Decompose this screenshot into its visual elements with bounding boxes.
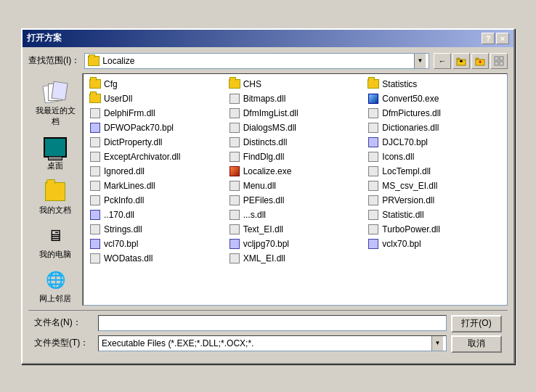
- file-item[interactable]: vclx70.bpl: [365, 237, 504, 251]
- file-item[interactable]: PRVersion.dll: [365, 193, 504, 208]
- desktop-icon: [44, 136, 67, 159]
- file-item[interactable]: Bitmaps.dll: [226, 91, 365, 106]
- localize-exe-icon: [229, 166, 240, 177]
- sidebar-label-mydoc: 我的文档: [39, 205, 71, 216]
- file-item[interactable]: Statistic.dll: [365, 208, 504, 222]
- folder-icon: [229, 78, 240, 90]
- file-item[interactable]: DFWOPack70.bpl: [86, 121, 226, 135]
- folder-icon: [89, 93, 101, 105]
- file-item[interactable]: Dictionaries.dll: [365, 121, 504, 135]
- file-name: CHS: [243, 79, 261, 89]
- file-item[interactable]: DelphiFrm.dll: [86, 106, 226, 121]
- file-item[interactable]: Cfg: [86, 77, 226, 91]
- new-folder-icon: ✦: [475, 56, 485, 66]
- dll-icon: [89, 136, 101, 148]
- filetype-combo[interactable]: Executable Files (*.EXE;*.DLL;*.OCX;*. ▼: [98, 335, 447, 351]
- file-name: Statistics: [382, 79, 417, 89]
- file-item[interactable]: Distincts.dll: [226, 135, 365, 150]
- file-item[interactable]: Statistics: [365, 77, 504, 91]
- file-item[interactable]: CHS: [226, 77, 365, 91]
- file-item[interactable]: DJCL70.bpl: [365, 135, 504, 150]
- file-name: DfmImgList.dll: [243, 108, 299, 118]
- file-name: Convert50.exe: [382, 94, 439, 104]
- file-item[interactable]: DfmImgList.dll: [226, 106, 365, 121]
- file-name: vclx70.bpl: [382, 239, 421, 249]
- bpl-icon: [368, 136, 379, 148]
- filename-input[interactable]: [102, 318, 443, 328]
- sidebar-item-network[interactable]: 🌐 网上邻居: [31, 266, 80, 307]
- file-item[interactable]: ExceptArchivator.dll: [86, 150, 226, 164]
- file-item[interactable]: DfmPictures.dll: [365, 106, 504, 121]
- file-item[interactable]: LocTempl.dll: [365, 164, 504, 179]
- sidebar-item-mydoc[interactable]: 我的文档: [31, 177, 80, 219]
- file-item[interactable]: DictProperty.dll: [86, 135, 226, 150]
- file-item[interactable]: XML_EI.dll: [226, 251, 365, 266]
- file-name: XML_EI.dll: [243, 253, 285, 264]
- file-item[interactable]: Localize.exe: [226, 164, 365, 179]
- dll-icon: [229, 180, 240, 192]
- file-name: MS_csv_EI.dll: [382, 181, 437, 191]
- recent-icon: [44, 81, 67, 104]
- file-name: PRVersion.dll: [382, 195, 434, 205]
- open-button[interactable]: 打开(O): [451, 315, 502, 332]
- file-item[interactable]: vcljpg70.bpl: [226, 237, 365, 251]
- action-buttons: 打开(O) 取消: [451, 315, 502, 353]
- file-name: ExceptArchivator.dll: [104, 152, 180, 162]
- file-item[interactable]: PckInfo.dll: [86, 193, 226, 208]
- file-name: vcljpg70.bpl: [243, 239, 289, 249]
- folder-icon: [368, 78, 379, 90]
- file-name: UserDll: [104, 94, 132, 104]
- file-item[interactable]: DialogsMS.dll: [226, 121, 365, 135]
- file-item[interactable]: PEFiles.dll: [226, 193, 365, 208]
- dll-icon: [229, 209, 240, 221]
- help-button[interactable]: ?: [482, 33, 495, 44]
- svg-rect-6: [500, 57, 503, 60]
- filetype-row: 文件类型(T)： Executable Files (*.EXE;*.DLL;*…: [34, 335, 447, 351]
- filetype-combo-arrow[interactable]: ▼: [431, 336, 443, 351]
- view-button[interactable]: [490, 53, 508, 69]
- back-button[interactable]: ←: [434, 53, 451, 69]
- file-item[interactable]: Ignored.dll: [86, 164, 226, 179]
- file-name: Ignored.dll: [104, 166, 145, 176]
- file-item[interactable]: vcl70.bpl: [86, 237, 226, 251]
- file-item[interactable]: TurboPower.dll: [365, 222, 504, 237]
- mydoc-icon: [44, 180, 67, 203]
- file-item[interactable]: Text_EI.dll: [226, 222, 365, 237]
- file-item[interactable]: MS_csv_EI.dll: [365, 179, 504, 193]
- file-name: Icons.dll: [382, 152, 414, 162]
- bpl-icon: [89, 238, 101, 250]
- file-name: DfmPictures.dll: [382, 108, 441, 118]
- sidebar-item-computer[interactable]: 🖥 我的电脑: [31, 221, 80, 263]
- close-button[interactable]: ×: [496, 33, 509, 44]
- new-folder-button[interactable]: ✦: [471, 53, 489, 69]
- exe-icon: [368, 93, 379, 105]
- file-item[interactable]: Strings.dll: [86, 222, 226, 237]
- file-name: Bitmaps.dll: [243, 94, 286, 104]
- file-item[interactable]: FindDlg.dll: [226, 150, 365, 164]
- up-folder-button[interactable]: [452, 53, 470, 69]
- file-item[interactable]: UserDll: [86, 91, 226, 106]
- dialog-body: 查找范围(I)： Localize ▼ ←: [23, 47, 513, 363]
- cancel-button[interactable]: 取消: [451, 335, 502, 353]
- file-item[interactable]: Menu.dll: [226, 179, 365, 193]
- sidebar-item-recent[interactable]: 我最近的文档: [31, 78, 80, 130]
- file-name: DialogsMS.dll: [243, 123, 296, 133]
- file-item[interactable]: WODatas.dll: [86, 251, 226, 266]
- file-list-area[interactable]: CfgCHSStatisticsUserDllBitmaps.dllConver…: [83, 73, 508, 306]
- location-combo[interactable]: Localize ▼: [84, 53, 429, 69]
- file-item[interactable]: MarkLines.dll: [86, 179, 226, 193]
- file-item[interactable]: ..170.dll: [86, 208, 226, 222]
- file-name: Localize.exe: [243, 166, 292, 176]
- location-combo-arrow[interactable]: ▼: [414, 54, 426, 68]
- file-item[interactable]: Convert50.exe: [365, 91, 504, 106]
- dll-icon: [89, 253, 101, 264]
- filename-input-wrapper[interactable]: [98, 315, 447, 331]
- sidebar-item-desktop[interactable]: 桌面: [31, 133, 80, 174]
- open-dialog: 打开方案 ? × 查找范围(I)： Localize ▼ ←: [21, 28, 515, 364]
- dll-icon: [368, 122, 379, 134]
- sidebar: 我最近的文档 桌面 我的文档 🖥 我的电脑: [28, 73, 83, 306]
- computer-icon: 🖥: [44, 224, 67, 248]
- file-item[interactable]: Icons.dll: [365, 150, 504, 164]
- file-item[interactable]: ...s.dll: [226, 208, 365, 222]
- title-bar-buttons: ? ×: [482, 33, 509, 44]
